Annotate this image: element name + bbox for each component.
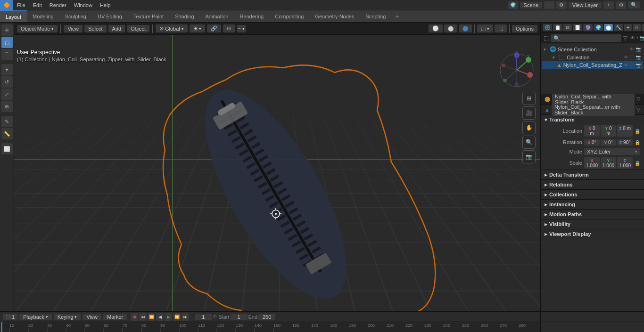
annotate-tool[interactable]: ✎ (1, 116, 13, 127)
outliner-filter-btn[interactable]: ▽ (623, 35, 627, 41)
viewport-canvas[interactable]: User Perspective (1) Collection | Nylon_… (14, 35, 540, 311)
tab-texture-paint[interactable]: Texture Paint (128, 10, 169, 22)
axis-gizmo[interactable]: Y X Z (498, 51, 536, 89)
location-x[interactable]: X 0 m (584, 125, 600, 137)
tab-scripting[interactable]: Scripting (360, 10, 391, 22)
overlay-toggle[interactable]: ⬚▾ (477, 24, 493, 32)
tab-geometry-nodes[interactable]: Geometry Nodes (309, 10, 360, 22)
camera-view-btn[interactable]: 🎥 (522, 106, 536, 120)
prop-icon-scene[interactable]: 🌐 (543, 24, 552, 31)
location-y[interactable]: Y 0 m (601, 125, 616, 137)
outliner-render-col[interactable]: 📷 (640, 35, 644, 40)
rotation-mode-select[interactable]: XYZ Euler ▾ (584, 148, 640, 155)
scene-icon[interactable]: 🌍 (508, 1, 518, 9)
prop-icon-renderlayer[interactable]: 📋 (553, 24, 562, 31)
perspective-toggle-btn[interactable]: ⊞ (522, 92, 536, 105)
menu-help[interactable]: Help (96, 0, 115, 10)
prop-icon-output[interactable]: 🖥 (563, 24, 572, 31)
add-menu[interactable]: Add (108, 25, 125, 32)
measure-tool[interactable]: 📏 (1, 128, 13, 139)
play-reverse-btn[interactable]: ◀ (156, 313, 164, 321)
rotation-lock[interactable]: 🔒 (635, 140, 640, 145)
location-lock[interactable]: 🔒 (635, 129, 640, 134)
transform-section-header[interactable]: ▾ Transform (541, 115, 644, 124)
tab-compositing[interactable]: Compositing (269, 10, 309, 22)
xray-toggle[interactable]: ⬚ (495, 24, 507, 32)
step-forward-btn[interactable]: ⏩ (173, 313, 181, 321)
prop-icon-object[interactable]: ⬤ (604, 24, 613, 31)
pan-btn[interactable]: ✋ (522, 121, 536, 134)
tab-layout[interactable]: Layout (0, 10, 27, 22)
proportional-extra[interactable]: ~▾ (237, 25, 246, 32)
view-layer-selector[interactable]: View Layer (569, 2, 602, 8)
rotation-x[interactable]: X 0° (584, 139, 600, 146)
render-col[interactable]: 📷 (636, 55, 641, 60)
tab-rendering[interactable]: Rendering (234, 10, 269, 22)
prop-icon-physics[interactable]: ⚛ (633, 24, 641, 31)
snap-toggle[interactable]: 🔗 (207, 24, 221, 32)
options-button[interactable]: Options (512, 25, 537, 32)
timeline-view-menu[interactable]: View (83, 314, 101, 320)
jump-to-start-btn[interactable]: ⏮ (139, 313, 147, 321)
rotate-tool[interactable]: ↺ (1, 76, 13, 88)
tab-uv-editing[interactable]: UV Editing (92, 10, 128, 22)
delta-transform-header[interactable]: ▸ Delta Transform (541, 170, 644, 179)
viewport[interactable]: Object Mode ▾ View Select Add Object ⊙ G… (14, 23, 540, 311)
mesh-name-input[interactable]: Nylon_Coil_Separat...er with Slider_Blac… (552, 104, 635, 116)
keying-menu[interactable]: Keying ▾ (54, 314, 81, 320)
prop-icon-viewlayer[interactable]: 📑 (573, 24, 582, 31)
record-btn[interactable]: ⏺ (131, 313, 138, 321)
add-cube-tool[interactable]: ⬜ (1, 143, 13, 154)
menu-file[interactable]: File (13, 0, 29, 10)
view-layer-settings-icon[interactable]: ⚙ (616, 1, 626, 9)
tab-modeling[interactable]: Modeling (27, 10, 59, 22)
outliner-eye-col[interactable]: 👁 (630, 35, 635, 40)
scene-selector[interactable]: Scene (520, 2, 542, 8)
jump-to-end-btn[interactable]: ⏭ (182, 313, 189, 321)
rendered-view[interactable]: ⬤ (459, 24, 472, 32)
eye-icon-obj[interactable]: 👁 (624, 63, 628, 68)
timeline-ruler[interactable]: 10 20 30 40 50 60 70 80 90 100 110 120 1… (0, 322, 540, 332)
scene-settings-icon[interactable]: ⚙ (556, 1, 567, 9)
eye-icon-col[interactable]: 👁 (624, 55, 628, 60)
outliner-search-input[interactable] (551, 34, 621, 42)
collections-header[interactable]: ▸ Collections (541, 190, 644, 199)
cursor-tool[interactable]: ✛ (1, 24, 13, 36)
menu-window[interactable]: Window (70, 0, 96, 10)
lasso-select-tool[interactable]: ⌒ (1, 49, 13, 60)
scale-lock[interactable]: 🔒 (635, 161, 640, 166)
render-icon-sc[interactable]: 📷 (636, 47, 641, 52)
zoom-btn[interactable]: 🔍 (522, 136, 536, 149)
viewport-display-header[interactable]: ▸ Viewport Display (541, 229, 644, 239)
current-frame-input[interactable] (195, 314, 212, 320)
prop-icon-modifier[interactable]: 🔧 (614, 24, 623, 31)
menu-render[interactable]: Render (46, 0, 70, 10)
mesh-extra-btn[interactable]: ▽ (636, 106, 640, 113)
location-z[interactable]: Z 0 m (617, 125, 633, 137)
scale-tool[interactable]: ⤢ (1, 89, 13, 100)
eye-icon-sc[interactable]: 👁 (629, 47, 634, 52)
hide-viewport-obj[interactable]: ⬚ (630, 63, 634, 68)
prop-icon-constraints[interactable]: 🔗 (642, 24, 644, 31)
prop-icon-scene2[interactable]: 🔮 (583, 24, 593, 31)
new-scene-icon[interactable]: + (544, 1, 554, 9)
menu-edit[interactable]: Edit (29, 0, 46, 10)
tab-shading[interactable]: Shading (169, 10, 199, 22)
hide-viewport-col[interactable]: ⬚ (630, 55, 634, 60)
tree-object[interactable]: ▲ Nylon_Coil_Separating_Z 👁 ⬚ 📷 (542, 61, 643, 69)
scale-y[interactable]: Y 1.000 (601, 157, 616, 169)
object-mode-selector[interactable]: Object Mode ▾ (17, 25, 58, 32)
frame-num-indicator[interactable]: ⬛ 1 (3, 314, 17, 320)
select-tool[interactable]: ⬚ (1, 37, 13, 48)
solid-shading[interactable]: ⚪ (429, 24, 443, 32)
step-back-btn[interactable]: ⏪ (148, 313, 155, 321)
motion-paths-header[interactable]: ▸ Motion Paths (541, 210, 644, 219)
tab-sculpting[interactable]: Sculpting (59, 10, 92, 22)
add-workspace-tab[interactable]: + (391, 11, 403, 22)
object-menu[interactable]: Object (127, 25, 149, 32)
rotation-z[interactable]: Z 90° (617, 139, 633, 146)
tab-animation[interactable]: Animation (200, 10, 234, 22)
new-view-layer-icon[interactable]: + (603, 1, 614, 9)
start-frame-input[interactable] (231, 314, 248, 320)
render-obj[interactable]: 📷 (636, 63, 641, 68)
